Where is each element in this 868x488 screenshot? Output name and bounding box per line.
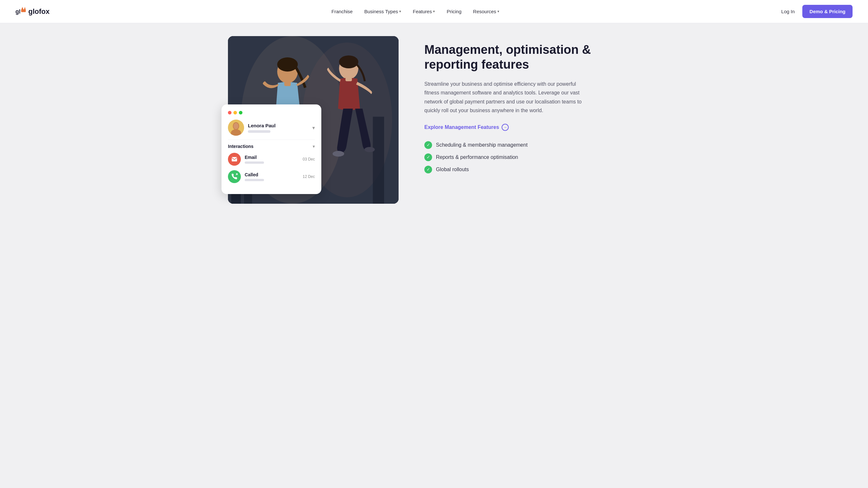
card-user-name: Lenora Paul (248, 123, 308, 128)
navbar: gl glofox Franchise Business Types ▾ Fea… (0, 0, 868, 23)
logo-text: glofox (28, 7, 50, 16)
card-user-subtitle (248, 130, 271, 133)
email-info: Email (245, 155, 299, 164)
called-subtitle (245, 179, 264, 181)
svg-point-11 (277, 57, 298, 71)
nav-franchise[interactable]: Franchise (332, 9, 353, 14)
feature-label-2: Reports & performance optimisation (436, 154, 518, 160)
called-label: Called (245, 172, 299, 177)
right-column: Management, optimisation & reporting fea… (424, 36, 640, 204)
card-divider-1 (228, 140, 315, 140)
email-interaction: Email 03 Dec (228, 153, 315, 166)
svg-point-23 (234, 123, 239, 129)
svg-rect-14 (284, 81, 291, 86)
interactions-label: Interactions (228, 144, 253, 149)
features-list: ✓ Scheduling & membership management ✓ R… (424, 141, 640, 173)
dot-yellow (234, 111, 237, 114)
card-user-row: Lenora Paul ▾ (228, 120, 315, 136)
hero-title: Management, optimisation & reporting fea… (424, 42, 640, 72)
window-dots (228, 111, 315, 114)
phone-icon (231, 173, 238, 180)
check-icon-3: ✓ (424, 166, 432, 173)
svg-text:gl: gl (16, 8, 21, 15)
email-icon (231, 156, 238, 163)
login-link[interactable]: Log In (781, 9, 795, 14)
nav-right: Log In Demo & Pricing (781, 5, 852, 18)
svg-rect-3 (21, 9, 26, 12)
left-column: Lenora Paul ▾ Interactions ▾ (228, 36, 399, 204)
nav-pricing[interactable]: Pricing (446, 9, 461, 14)
svg-point-16 (339, 55, 358, 68)
interactions-chevron[interactable]: ▾ (313, 144, 315, 149)
circle-arrow-icon: → (502, 124, 509, 131)
demo-pricing-button[interactable]: Demo & Pricing (802, 5, 852, 18)
logo[interactable]: gl glofox (16, 6, 50, 17)
resources-chevron: ▾ (497, 9, 499, 13)
hero-description: Streamline your business and optimise ef… (424, 80, 585, 115)
svg-point-18 (365, 147, 375, 152)
dot-red (228, 111, 231, 114)
floating-card: Lenora Paul ▾ Interactions ▾ (221, 105, 321, 194)
features-chevron: ▾ (433, 9, 435, 13)
avatar-image (228, 120, 244, 136)
svg-point-17 (333, 151, 344, 156)
email-icon-wrap (228, 153, 241, 166)
called-interaction: Called 12 Dec (228, 170, 315, 183)
feature-item-3: ✓ Global rollouts (424, 166, 640, 173)
called-date: 12 Dec (303, 174, 315, 179)
feature-label-1: Scheduling & membership management (436, 142, 528, 148)
feature-item-2: ✓ Reports & performance optimisation (424, 153, 640, 161)
feature-item-1: ✓ Scheduling & membership management (424, 141, 640, 149)
svg-rect-9 (373, 117, 384, 204)
main-section: Lenora Paul ▾ Interactions ▾ (209, 23, 659, 223)
nav-features[interactable]: Features ▾ (413, 9, 435, 14)
called-info: Called (245, 172, 299, 181)
explore-link[interactable]: Explore Management Features → (424, 124, 640, 131)
business-types-chevron: ▾ (399, 9, 401, 13)
nav-resources[interactable]: Resources ▾ (473, 9, 499, 14)
explore-link-text: Explore Management Features (424, 124, 499, 130)
nav-business-types[interactable]: Business Types ▾ (364, 9, 401, 14)
email-date: 03 Dec (303, 157, 315, 162)
nav-links: Franchise Business Types ▾ Features ▾ Pr… (332, 9, 499, 14)
card-user-chevron[interactable]: ▾ (312, 125, 315, 131)
card-user-info: Lenora Paul (248, 123, 308, 133)
glofox-logo-icon: gl (16, 6, 26, 17)
svg-rect-19 (345, 77, 352, 81)
email-label: Email (245, 155, 299, 160)
email-subtitle (245, 162, 264, 164)
check-icon-2: ✓ (424, 153, 432, 161)
card-interactions-header: Interactions ▾ (228, 144, 315, 149)
avatar (228, 120, 244, 136)
called-icon-wrap (228, 170, 241, 183)
check-icon-1: ✓ (424, 141, 432, 149)
dot-green (239, 111, 242, 114)
feature-label-3: Global rollouts (436, 167, 469, 172)
